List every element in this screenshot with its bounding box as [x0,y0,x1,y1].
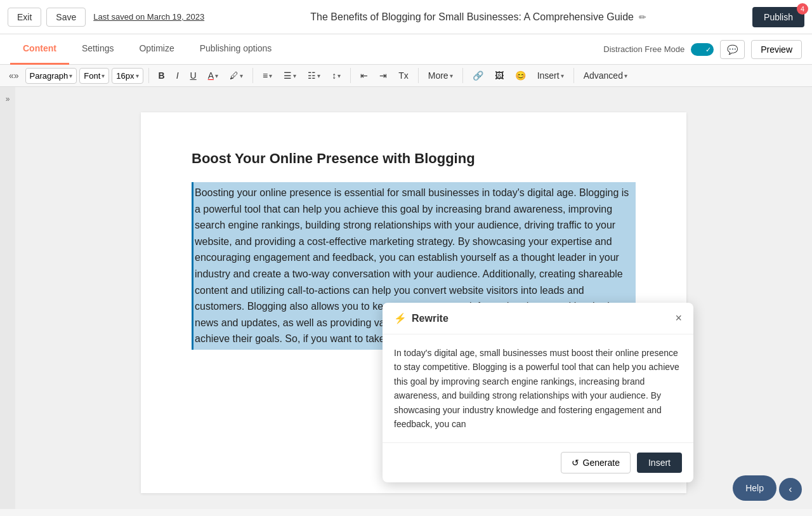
advanced-button[interactable]: Advanced ▾ [579,67,632,84]
bold-button[interactable]: B [154,67,169,84]
toolbar: «» Paragraph ▾ Font ▾ 16px ▾ B I U A ▾ 🖊… [0,65,812,87]
advanced-chevron-icon: ▾ [624,72,627,79]
rewrite-footer: ↺ Generate Insert [383,442,693,482]
top-nav: Exit Save Last saved on March 19, 2023 T… [0,0,812,34]
italic-button[interactable]: I [172,67,183,84]
rewrite-body-text: In today's digital age, small businesses… [383,334,693,442]
highlight-chevron-icon: ▾ [240,72,243,79]
line-height-button[interactable]: ↕ ▾ [327,67,345,84]
sidebar-collapse-button[interactable]: » [0,87,15,509]
indent-decrease-button[interactable]: ⇤ [356,67,372,84]
editor-wrapper: » Boost Your Online Presence with Bloggi… [0,87,812,509]
exit-button[interactable]: Exit [8,8,41,27]
toolbar-divider-5 [462,68,463,83]
toolbar-collapse-button[interactable]: «» [5,68,23,83]
unordered-list-button[interactable]: ☰ ▾ [279,67,301,84]
collapse-side-panel-button[interactable]: ‹ [779,478,802,501]
edit-title-icon[interactable]: ✏ [639,12,646,22]
more-button[interactable]: More ▾ [424,67,457,84]
editor-canvas[interactable]: Boost Your Online Presence with Blogging… [15,87,812,509]
generate-icon: ↺ [572,458,579,468]
toolbar-divider-4 [418,68,419,83]
ordered-list-button[interactable]: ☷ ▾ [303,67,325,84]
text-color-button[interactable]: A ▾ [204,67,223,84]
rewrite-header: ⚡ Rewrite × [383,303,693,334]
tabs-bar: Content Settings Optimize Publishing opt… [0,34,812,65]
paragraph-chevron-icon: ▾ [69,72,72,79]
toolbar-divider-3 [350,68,351,83]
right-nav: Publish 4 [752,7,804,27]
font-chevron-icon: ▾ [102,72,105,79]
tabs-right: Distraction Free Mode ✓ 💬 Preview [603,40,802,59]
tab-publishing-options[interactable]: Publishing options [187,34,285,65]
chat-button[interactable]: 💬 [720,40,745,59]
rewrite-close-button[interactable]: × [675,312,682,325]
font-size-chevron-icon: ▾ [136,72,139,79]
distraction-label: Distraction Free Mode [603,44,684,54]
font-dropdown[interactable]: Font ▾ [79,68,109,84]
generate-label: Generate [583,458,620,468]
insert-chevron-icon: ▾ [561,72,564,79]
editor-document[interactable]: Boost Your Online Presence with Blogging… [141,112,686,493]
save-button[interactable]: Save [46,8,86,27]
insert-button[interactable]: Insert [637,453,682,473]
tab-settings[interactable]: Settings [69,34,127,65]
rewrite-title-text: Rewrite [412,313,449,324]
clear-format-button[interactable]: Tx [394,67,413,84]
rewrite-popup: ⚡ Rewrite × In today's digital age, smal… [383,303,693,482]
line-height-chevron-icon: ▾ [337,72,341,79]
underline-button[interactable]: U [186,67,201,84]
toolbar-divider-1 [148,68,149,83]
distraction-toggle[interactable]: ✓ [691,43,714,56]
document-title: The Benefits of Blogging for Small Busin… [204,11,752,23]
align-button[interactable]: ≡ ▾ [258,67,277,84]
document-heading: Boost Your Online Presence with Blogging [192,150,636,167]
generate-button[interactable]: ↺ Generate [561,452,631,473]
font-size-dropdown[interactable]: 16px ▾ [112,68,143,84]
ordered-list-chevron-icon: ▾ [317,72,320,79]
image-button[interactable]: 🖼 [490,67,508,84]
publish-button[interactable]: Publish 4 [752,7,804,27]
link-button[interactable]: 🔗 [468,67,488,84]
paragraph-dropdown[interactable]: Paragraph ▾ [25,68,77,84]
insert-button[interactable]: Insert ▾ [533,67,568,84]
doc-title-text: The Benefits of Blogging for Small Busin… [310,11,634,23]
help-button[interactable]: Help [733,475,776,501]
toolbar-divider-6 [573,68,574,83]
more-chevron-icon: ▾ [450,72,453,79]
lightning-icon: ⚡ [394,312,407,324]
list-chevron-icon: ▾ [293,72,296,79]
highlight-button[interactable]: 🖊 ▾ [225,67,247,84]
preview-button[interactable]: Preview [751,40,802,59]
rewrite-title: ⚡ Rewrite [394,312,449,324]
indent-increase-button[interactable]: ⇥ [375,67,391,84]
tab-optimize[interactable]: Optimize [126,34,187,65]
align-chevron-icon: ▾ [269,72,272,79]
toolbar-divider-2 [252,68,253,83]
emoji-button[interactable]: 😊 [511,67,530,84]
tab-content[interactable]: Content [10,34,69,65]
color-chevron-icon: ▾ [215,72,218,79]
last-saved-text[interactable]: Last saved on March 19, 2023 [93,12,204,22]
publish-badge: 4 [797,3,808,15]
